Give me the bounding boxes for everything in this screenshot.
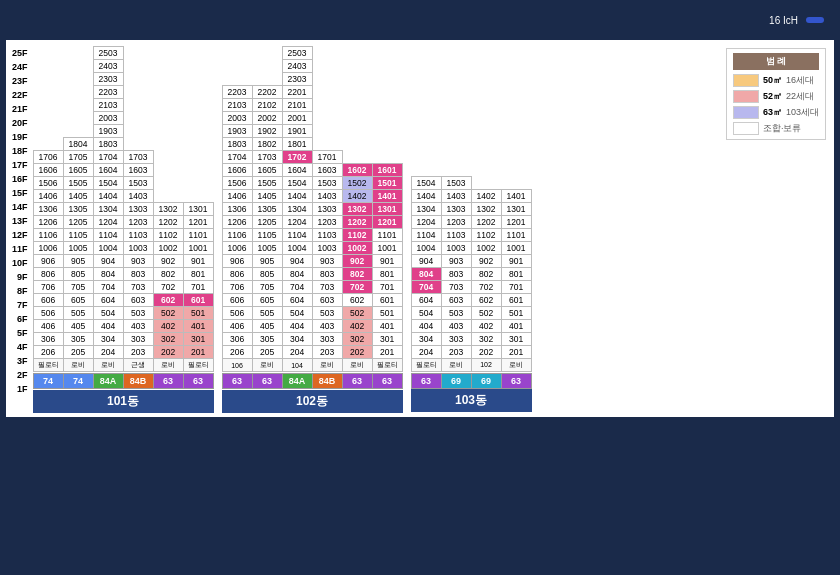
floor-cell: 806 [222, 268, 252, 281]
floor-cell [183, 190, 213, 203]
floor-cell: 704 [282, 281, 312, 294]
floor-cell: 601 [501, 293, 531, 306]
floor-cell: 로비 [63, 359, 93, 372]
floor-cell [501, 59, 531, 72]
floor-cell: 706 [222, 281, 252, 294]
floor-cell [63, 60, 93, 73]
floor-cell: 104 [282, 359, 312, 372]
floor-cell: 1605 [63, 164, 93, 177]
floor-cell: 1102 [342, 229, 372, 242]
floor-cell: 806 [33, 268, 63, 281]
floor-cell [123, 138, 153, 151]
floor-cell: 304 [411, 332, 441, 345]
floor-cell: 1506 [33, 177, 63, 190]
floor-cell: 로비 [252, 359, 282, 372]
floor-cell: 1406 [222, 190, 252, 203]
floor-cell: 804 [282, 268, 312, 281]
floor-cell: 1801 [282, 138, 312, 151]
floor-cell: 2103 [222, 99, 252, 112]
floor-cell: 1201 [183, 216, 213, 229]
floor-cell: 405 [63, 320, 93, 333]
floor-cell: 1301 [501, 202, 531, 215]
floor-label: 4F [12, 340, 31, 354]
floor-cell: 205 [252, 346, 282, 359]
floor-cell: 204 [282, 346, 312, 359]
floor-cell: 304 [282, 333, 312, 346]
floor-cell: 1105 [63, 229, 93, 242]
floor-cell: 905 [252, 255, 282, 268]
floor-cell [33, 138, 63, 151]
floor-cell: 1103 [312, 229, 342, 242]
building-102: 2503240323032203220222012103210221012003… [222, 46, 403, 413]
floor-cell: 303 [312, 333, 342, 346]
floor-cell: 1504 [411, 176, 441, 189]
logo [806, 17, 824, 23]
floor-cell [183, 112, 213, 125]
floor-plan: 25F24F23F22F21F20F19F18F17F16F15F14F13F1… [12, 46, 828, 413]
floor-cell: 301 [501, 332, 531, 345]
building-102-label: 102동 [222, 390, 403, 413]
floor-cell: 902 [471, 254, 501, 267]
floor-cell: 1306 [33, 203, 63, 216]
floor-cell [312, 138, 342, 151]
floor-cell [123, 73, 153, 86]
floor-cell: 1305 [252, 203, 282, 216]
floor-label: 1F [12, 382, 31, 396]
floor-label: 13F [12, 214, 31, 228]
floor-cell [441, 59, 471, 72]
floor-cell: 506 [222, 307, 252, 320]
floor-cell: 1303 [441, 202, 471, 215]
floor-cell [153, 151, 183, 164]
floor-cell: 201 [501, 345, 531, 358]
floor-cell: 1703 [123, 151, 153, 164]
floor-cell [441, 46, 471, 59]
floor-cell: 1405 [63, 190, 93, 203]
floor-cell [342, 60, 372, 73]
type-cell: 84B [312, 374, 342, 389]
floor-cell [372, 86, 402, 99]
floor-cell: 606 [222, 294, 252, 307]
floor-label: 21F [12, 102, 31, 116]
floor-cell: 403 [123, 320, 153, 333]
floor-cell [471, 124, 501, 137]
floor-cell: 405 [252, 320, 282, 333]
floor-cell: 1203 [123, 216, 153, 229]
floor-cell: 1002 [471, 241, 501, 254]
floor-cell: 602 [342, 294, 372, 307]
floor-cell: 1802 [252, 138, 282, 151]
type-cell: 63 [342, 374, 372, 389]
floor-cell: 로비 [312, 359, 342, 372]
type-cell: 63 [183, 374, 213, 389]
floor-cell: 802 [153, 268, 183, 281]
floor-cell: 필로티 [372, 359, 402, 372]
floor-cell: 403 [441, 319, 471, 332]
floor-cell: 404 [282, 320, 312, 333]
floor-cell [441, 163, 471, 176]
floor-cell [312, 86, 342, 99]
floor-cell: 1403 [123, 190, 153, 203]
floor-cell [183, 60, 213, 73]
floor-cell: 1506 [222, 177, 252, 190]
floor-cell: 1205 [252, 216, 282, 229]
floor-cell [471, 111, 501, 124]
type-cell: 84B [123, 374, 153, 389]
floor-label: 12F [12, 228, 31, 242]
floor-cell: 1304 [282, 203, 312, 216]
floor-cell: 302 [342, 333, 372, 346]
floor-cell [312, 60, 342, 73]
floor-cell: 906 [33, 255, 63, 268]
floor-cell: 204 [411, 345, 441, 358]
floor-cell [501, 72, 531, 85]
floor-cell: 1303 [123, 203, 153, 216]
floor-cell [441, 111, 471, 124]
floor-cell: 802 [471, 267, 501, 280]
floor-cell [441, 137, 471, 150]
floor-cell [123, 112, 153, 125]
floor-cell [342, 125, 372, 138]
floor-cell: 406 [222, 320, 252, 333]
floor-cell [342, 86, 372, 99]
floor-cell: 503 [312, 307, 342, 320]
floor-cell [471, 85, 501, 98]
floor-cell: 706 [33, 281, 63, 294]
floor-cell: 306 [222, 333, 252, 346]
